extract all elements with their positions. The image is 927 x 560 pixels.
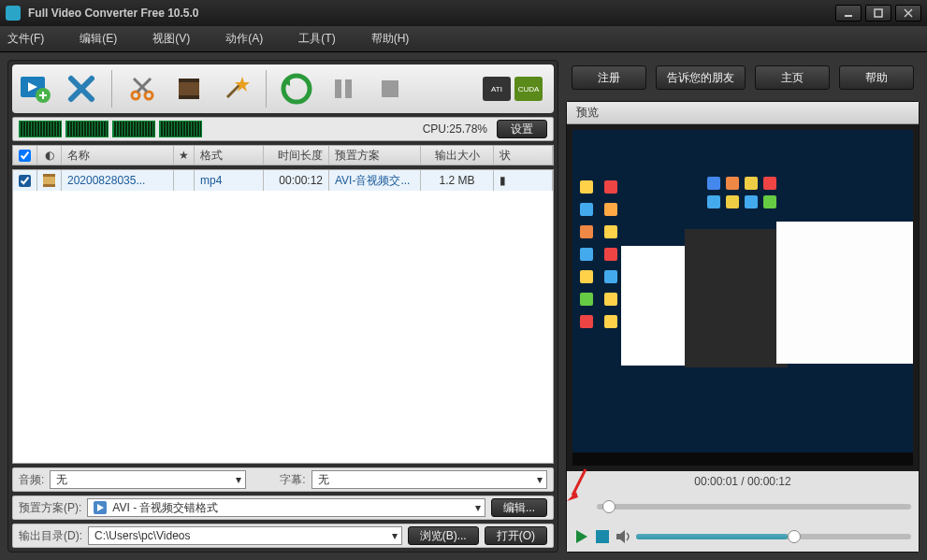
row-checkbox[interactable] <box>19 175 31 187</box>
ati-badge: ATI <box>483 77 511 101</box>
register-button[interactable]: 注册 <box>572 65 646 90</box>
subtitle-label: 字幕: <box>280 472 305 488</box>
menu-edit[interactable]: 编辑(E) <box>80 31 117 47</box>
menu-view[interactable]: 视图(V) <box>152 31 190 47</box>
col-name[interactable]: 名称 <box>62 146 174 165</box>
tell-friends-button[interactable]: 告诉您的朋友 <box>656 65 746 90</box>
file-list[interactable]: 20200828035... mp4 00:00:12 AVI-音视频交... … <box>12 169 554 464</box>
edit-preset-button[interactable]: 编辑... <box>491 498 547 517</box>
filmstrip-icon[interactable] <box>172 72 206 106</box>
table-row[interactable]: 20200828035... mp4 00:00:12 AVI-音视频交... … <box>13 170 553 191</box>
stop-button-icon[interactable] <box>595 529 610 544</box>
select-all-checkbox[interactable] <box>19 150 31 162</box>
col-status[interactable]: 状 <box>494 146 553 165</box>
svg-marker-34 <box>616 530 625 543</box>
svg-rect-33 <box>596 530 609 543</box>
output-dir-row: 输出目录(D): C:\Users\pc\Videos 浏览(B)... 打开(… <box>12 524 554 548</box>
cpu-graph <box>19 121 62 137</box>
preview-time: 00:00:01 / 00:00:12 <box>567 471 919 492</box>
preset-label: 预置方案(P): <box>19 500 81 516</box>
col-preset[interactable]: 预置方案 <box>329 146 421 165</box>
list-header: ◐ 名称 ★ 格式 时间长度 预置方案 输出大小 状 <box>12 145 554 165</box>
open-button[interactable]: 打开(O) <box>485 526 547 545</box>
menu-help[interactable]: 帮助(H) <box>371 31 410 47</box>
volume-icon[interactable] <box>616 529 630 544</box>
maximize-button[interactable] <box>865 5 891 22</box>
close-button[interactable] <box>895 5 921 22</box>
scissors-icon[interactable] <box>125 72 159 106</box>
volume-slider[interactable] <box>636 534 911 539</box>
preview-title: 预览 <box>567 102 919 124</box>
svg-rect-26 <box>43 174 55 177</box>
menu-file[interactable]: 文件(F) <box>7 31 44 47</box>
audio-select[interactable]: 无 <box>50 470 246 489</box>
svg-rect-27 <box>43 184 55 187</box>
arrow-annotation-icon <box>567 467 589 501</box>
app-icon <box>6 6 21 21</box>
settings-button[interactable]: 设置 <box>497 120 547 138</box>
svg-rect-16 <box>179 79 199 82</box>
cell-preset: AVI-音视频交... <box>329 170 421 191</box>
cell-duration: 00:00:12 <box>264 170 329 191</box>
app-window: Full Video Converter Free 10.5.0 文件(F) 编… <box>0 0 927 560</box>
svg-rect-23 <box>345 79 352 98</box>
wand-icon[interactable] <box>219 72 253 106</box>
outdir-label: 输出目录(D): <box>19 528 82 544</box>
cell-format: mp4 <box>195 170 264 191</box>
menu-tools[interactable]: 工具(T) <box>298 31 335 47</box>
cuda-badge: CUDA <box>514 77 543 101</box>
output-dir-field[interactable]: C:\Users\pc\Videos <box>88 526 402 545</box>
svg-rect-22 <box>335 79 341 98</box>
svg-rect-17 <box>179 95 199 99</box>
remove-icon[interactable] <box>65 72 98 106</box>
cpu-graph <box>112 121 155 137</box>
homepage-button[interactable]: 主页 <box>755 65 830 90</box>
cpu-label: CPU:25.78% <box>423 122 487 136</box>
add-video-icon[interactable] <box>18 72 51 106</box>
convert-icon[interactable] <box>280 72 313 106</box>
cell-status: ▮ <box>494 170 553 191</box>
svg-point-20 <box>283 76 310 102</box>
svg-rect-24 <box>382 80 398 97</box>
audio-label: 音频: <box>19 472 44 488</box>
col-outsize[interactable]: 输出大小 <box>421 146 494 165</box>
window-title: Full Video Converter Free 10.5.0 <box>28 7 835 20</box>
pause-icon[interactable] <box>326 72 360 106</box>
menubar: 文件(F) 编辑(E) 视图(V) 动作(A) 工具(T) 帮助(H) <box>0 26 927 52</box>
trim-slider[interactable] <box>597 504 911 510</box>
cpu-row: CPU:25.78% 设置 <box>12 117 554 141</box>
help-button[interactable]: 帮助 <box>839 65 914 90</box>
play-button-icon[interactable] <box>574 529 589 544</box>
col-star[interactable]: ★ <box>174 146 195 165</box>
minimize-button[interactable] <box>835 5 862 22</box>
right-panel: 注册 告诉您的朋友 主页 帮助 预览 00:00:01 <box>566 60 920 553</box>
svg-point-11 <box>132 92 139 99</box>
svg-marker-32 <box>576 530 587 543</box>
preset-icon <box>94 501 107 514</box>
preset-select[interactable]: AVI - 音视频交错格式 <box>87 498 485 517</box>
file-icon <box>37 170 62 191</box>
browse-button[interactable]: 浏览(B)... <box>408 526 479 545</box>
type-icon-header[interactable]: ◐ <box>37 146 62 165</box>
toolbar: ATI CUDA <box>12 65 554 113</box>
subtitle-select[interactable]: 无 <box>311 470 547 489</box>
svg-rect-1 <box>875 9 882 17</box>
audio-subtitle-row: 音频: 无 字幕: 无 <box>12 467 554 492</box>
svg-point-12 <box>145 92 152 99</box>
col-format[interactable]: 格式 <box>195 146 264 165</box>
cell-outsize: 1.2 MB <box>421 170 494 191</box>
playback-controls <box>567 522 919 552</box>
preset-row: 预置方案(P): AVI - 音视频交错格式 编辑... <box>12 495 554 520</box>
preview-frame <box>572 130 913 466</box>
menu-action[interactable]: 动作(A) <box>225 31 263 47</box>
stop-icon[interactable] <box>373 72 407 106</box>
preview-canvas[interactable] <box>572 130 913 466</box>
cell-star <box>174 170 195 191</box>
svg-line-30 <box>572 469 586 495</box>
action-row: 注册 告诉您的朋友 主页 帮助 <box>566 60 920 95</box>
cpu-graph <box>159 121 202 137</box>
cell-name: 20200828035... <box>62 170 174 191</box>
left-panel: ATI CUDA CPU:25.78% 设置 ◐ 名称 ★ 格式 <box>7 60 558 553</box>
titlebar: Full Video Converter Free 10.5.0 <box>0 0 927 26</box>
col-duration[interactable]: 时间长度 <box>264 146 329 165</box>
